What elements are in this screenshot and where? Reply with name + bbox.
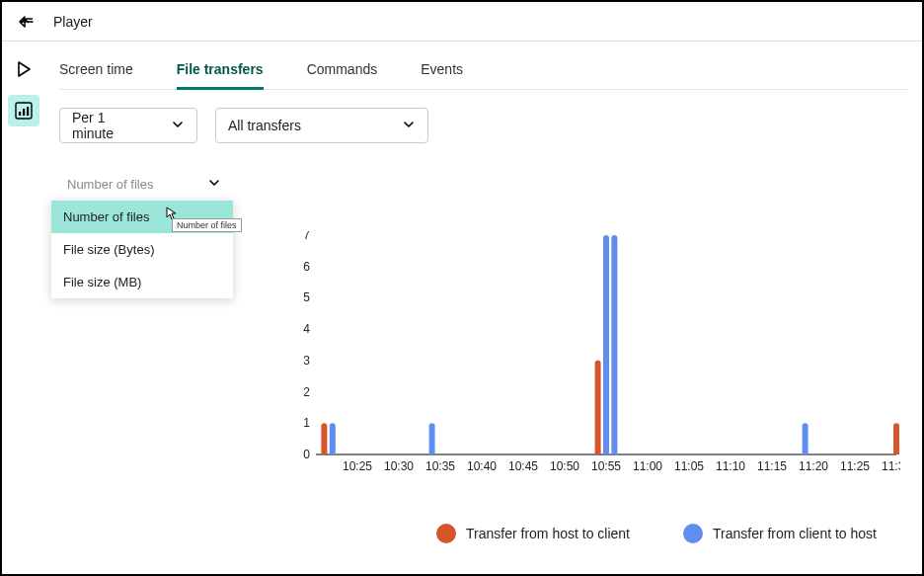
svg-text:1: 1 xyxy=(303,416,310,430)
svg-text:7: 7 xyxy=(303,231,310,242)
svg-rect-2 xyxy=(23,109,25,116)
svg-rect-3 xyxy=(27,107,29,116)
svg-text:2: 2 xyxy=(303,385,310,399)
svg-text:5: 5 xyxy=(303,290,310,304)
legend-dot-host xyxy=(436,524,456,543)
svg-text:11:00: 11:00 xyxy=(633,459,662,473)
svg-text:10:45: 10:45 xyxy=(508,459,538,473)
legend-client-label: Transfer from client to host xyxy=(713,526,877,541)
tab-commands[interactable]: Commands xyxy=(307,51,378,89)
svg-text:11:10: 11:10 xyxy=(716,459,745,473)
legend-client: Transfer from client to host xyxy=(683,524,877,543)
metric-select-label: Number of files xyxy=(67,177,153,192)
svg-text:0: 0 xyxy=(303,448,310,461)
interval-select-label: Per 1 minute xyxy=(72,110,147,141)
rail-play-button[interactable] xyxy=(8,53,39,85)
svg-text:11:30: 11:30 xyxy=(882,459,900,473)
metric-option-number-of-files[interactable]: Number of files Number of files xyxy=(51,201,233,233)
tab-file-transfers[interactable]: File transfers xyxy=(177,51,264,89)
svg-text:11:15: 11:15 xyxy=(757,459,787,473)
svg-text:11:20: 11:20 xyxy=(799,459,828,473)
chevron-down-icon xyxy=(402,118,416,134)
interval-select[interactable]: Per 1 minute xyxy=(59,108,197,143)
svg-text:3: 3 xyxy=(303,354,310,368)
filter-select-label: All transfers xyxy=(228,118,301,133)
legend-host: Transfer from host to client xyxy=(436,524,630,543)
left-rail xyxy=(2,41,45,574)
tooltip: Number of files xyxy=(172,218,242,232)
svg-text:6: 6 xyxy=(303,260,310,274)
chart-svg: 01234567710:2510:3010:3510:4010:4510:501… xyxy=(298,231,900,478)
chart-legend: Transfer from host to client Transfer fr… xyxy=(436,524,877,543)
back-arrow-icon xyxy=(16,12,36,32)
legend-host-label: Transfer from host to client xyxy=(466,526,630,541)
svg-text:4: 4 xyxy=(303,322,310,336)
svg-text:10:50: 10:50 xyxy=(550,459,579,473)
metric-select[interactable]: Number of files xyxy=(59,167,229,201)
svg-text:10:30: 10:30 xyxy=(384,459,414,473)
bar-chart-icon xyxy=(14,101,34,121)
file-transfers-chart: 01234567710:2510:3010:3510:4010:4510:501… xyxy=(298,231,900,478)
page-title: Player xyxy=(53,14,93,30)
rail-stats-button[interactable] xyxy=(8,95,39,126)
legend-dot-client xyxy=(683,524,703,543)
svg-text:11:25: 11:25 xyxy=(840,459,870,473)
top-bar: Player xyxy=(2,2,922,41)
chevron-down-icon xyxy=(171,118,185,134)
svg-text:11:05: 11:05 xyxy=(674,459,704,473)
back-button[interactable] xyxy=(16,12,36,32)
metric-option-label: Number of files xyxy=(63,209,149,224)
svg-text:10:40: 10:40 xyxy=(467,459,497,473)
metric-dropdown: Number of files Number of files File siz… xyxy=(51,201,233,298)
metric-option-file-size-mb[interactable]: File size (MB) xyxy=(51,266,233,298)
tab-screen-time[interactable]: Screen time xyxy=(59,51,133,89)
metric-option-file-size-bytes[interactable]: File size (Bytes) xyxy=(51,233,233,266)
cursor-icon xyxy=(164,206,178,220)
play-icon xyxy=(14,59,34,79)
tab-events[interactable]: Events xyxy=(421,51,463,89)
chevron-down-icon xyxy=(207,176,221,193)
tabs: Screen time File transfers Commands Even… xyxy=(59,51,908,90)
svg-text:10:35: 10:35 xyxy=(425,459,455,473)
svg-text:10:25: 10:25 xyxy=(343,459,372,473)
svg-rect-1 xyxy=(19,112,21,116)
svg-text:10:55: 10:55 xyxy=(591,459,621,473)
filter-select[interactable]: All transfers xyxy=(215,108,428,143)
